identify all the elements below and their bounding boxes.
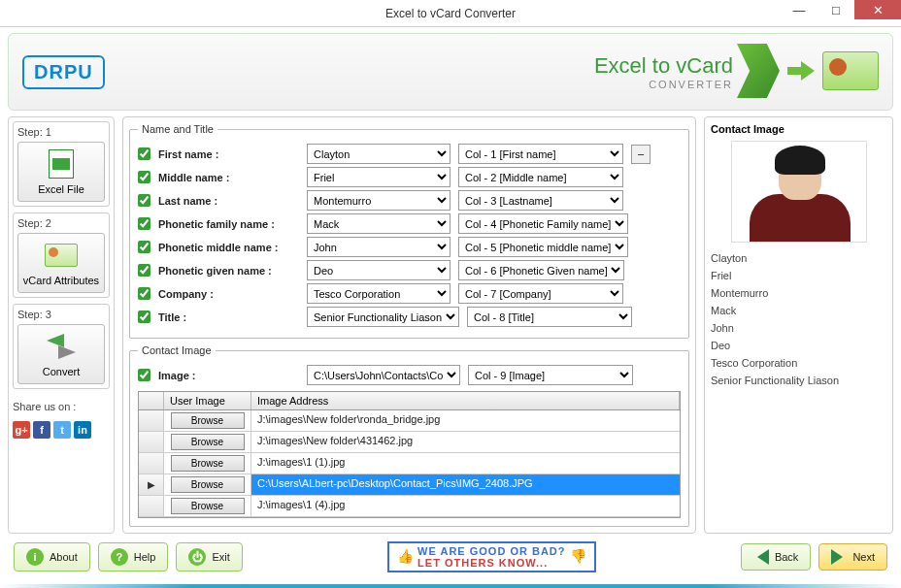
table-row[interactable]: BrowseJ:\images\New folder\ronda_bridge.… xyxy=(139,410,680,432)
step2-btn-label: vCard Attributes xyxy=(23,275,99,286)
table-row[interactable]: BrowseJ:\images\New folder\431462.jpg xyxy=(139,432,680,453)
browse-button[interactable]: Browse xyxy=(171,412,245,429)
excel-file-button[interactable]: Excel File xyxy=(17,142,105,202)
field-col-select[interactable]: Col - 6 [Phonetic Given name] xyxy=(458,260,624,280)
preview-value: Clayton xyxy=(711,252,886,264)
image-value-select[interactable]: C:\Users\John\Contacts\Co xyxy=(307,365,460,385)
field-row: Middle name :FrielCol - 2 [Middle name] xyxy=(138,167,681,187)
field-col-select[interactable]: Col - 5 [Phonetic middle name] xyxy=(458,237,628,257)
field-col-select[interactable]: Col - 1 [First name] xyxy=(458,144,623,164)
field-checkbox[interactable] xyxy=(138,147,150,160)
step1-label: Step: 1 xyxy=(17,126,105,138)
field-label: Phonetic middle name : xyxy=(158,242,299,253)
browse-button[interactable]: Browse xyxy=(171,476,245,493)
next-button[interactable]: Next xyxy=(818,543,887,571)
row-indicator xyxy=(139,496,164,516)
field-col-select[interactable]: Col - 2 [Middle name] xyxy=(458,167,623,187)
field-label: Phonetic given name : xyxy=(158,265,299,277)
field-label: Title : xyxy=(158,311,299,323)
back-button[interactable]: Back xyxy=(741,543,811,571)
field-checkbox[interactable] xyxy=(138,171,150,183)
field-col-select[interactable]: Col - 7 [Company] xyxy=(458,283,623,304)
maximize-button[interactable]: □ xyxy=(818,0,854,19)
banner-main: Excel to vCard xyxy=(594,53,733,79)
field-label: Phonetic family name : xyxy=(158,218,299,230)
excel-x-icon xyxy=(737,44,780,98)
convert-button[interactable]: Convert xyxy=(17,324,105,384)
step3-btn-label: Convert xyxy=(43,366,81,377)
info-icon: i xyxy=(26,548,44,566)
field-label: Middle name : xyxy=(158,172,299,183)
browse-button[interactable]: Browse xyxy=(171,434,245,450)
rate-line1: WE ARE GOOD OR BAD? xyxy=(417,545,565,557)
browse-button[interactable]: Browse xyxy=(171,498,245,514)
field-row: Phonetic middle name :JohnCol - 5 [Phone… xyxy=(138,237,681,257)
row-indicator xyxy=(139,453,164,474)
image-field-row: Image : C:\Users\John\Contacts\Co Col - … xyxy=(138,365,681,385)
browse-button[interactable]: Browse xyxy=(171,455,245,472)
field-value-select[interactable]: Senior Functionality Liason xyxy=(307,307,459,327)
preview-label: Contact Image xyxy=(711,123,886,135)
help-button[interactable]: ?Help xyxy=(98,542,169,572)
close-button[interactable]: ✕ xyxy=(854,0,901,19)
rate-box[interactable]: 👍 WE ARE GOOD OR BAD? LET OTHERS KNOW...… xyxy=(387,541,595,572)
gplus-icon[interactable]: g+ xyxy=(13,421,30,439)
table-row[interactable]: ▶BrowseC:\Users\ALbert-pc\Desktop\Contac… xyxy=(139,474,680,496)
preview-list: ClaytonFrielMontemurroMackJohnDeoTesco C… xyxy=(711,252,886,386)
window-controls: — □ ✕ xyxy=(781,0,901,26)
linkedin-icon[interactable]: in xyxy=(74,421,91,439)
image-table: User Image Image Address BrowseJ:\images… xyxy=(138,391,681,518)
twitter-icon[interactable]: t xyxy=(53,421,71,439)
image-checkbox[interactable] xyxy=(138,369,150,381)
image-address-cell: J:\images\1 (4).jpg xyxy=(251,496,680,516)
banner-icons xyxy=(737,44,879,98)
facebook-icon[interactable]: f xyxy=(33,421,50,439)
browse-cell: Browse xyxy=(164,432,251,452)
field-row: Company :Tesco CorporationCol - 7 [Compa… xyxy=(138,283,681,304)
browse-cell: Browse xyxy=(164,410,251,431)
field-checkbox[interactable] xyxy=(138,264,150,277)
image-table-header: User Image Image Address xyxy=(139,392,680,410)
field-col-select[interactable]: Col - 3 [Lastname] xyxy=(458,190,623,211)
field-checkbox[interactable] xyxy=(138,194,150,207)
banner: DRPU Excel to vCard CONVERTER xyxy=(8,33,893,111)
name-title-legend: Name and Title xyxy=(138,123,217,135)
about-button[interactable]: iAbout xyxy=(14,542,90,572)
field-col-select[interactable]: Col - 4 [Phonetic Family name] xyxy=(458,213,628,234)
contact-photo xyxy=(731,141,867,243)
row-indicator xyxy=(139,432,164,452)
titlebar: Excel to vCard Converter — □ ✕ xyxy=(0,0,901,27)
arrow-left-icon xyxy=(753,549,769,565)
power-icon: ⏻ xyxy=(188,548,206,566)
field-checkbox[interactable] xyxy=(138,217,150,230)
field-col-select[interactable]: Col - 8 [Title] xyxy=(467,307,632,327)
field-checkbox[interactable] xyxy=(138,310,150,323)
field-value-select[interactable]: Mack xyxy=(307,213,450,234)
window-title: Excel to vCard Converter xyxy=(0,7,901,20)
field-value-select[interactable]: Friel xyxy=(307,167,450,187)
vcard-attributes-button[interactable]: vCard Attributes xyxy=(17,233,105,293)
field-checkbox[interactable] xyxy=(138,241,150,253)
minimize-button[interactable]: — xyxy=(781,0,818,19)
preview-value: Tesco Corporation xyxy=(711,357,886,369)
field-checkbox[interactable] xyxy=(138,287,150,300)
table-row[interactable]: BrowseJ:\images\1 (4).jpg xyxy=(139,496,680,517)
field-value-select[interactable]: Deo xyxy=(307,260,450,280)
collapse-button[interactable]: – xyxy=(631,145,651,164)
table-row[interactable]: BrowseJ:\images\1 (1).jpg xyxy=(139,453,680,474)
preview-value: Mack xyxy=(711,305,886,316)
field-value-select[interactable]: Tesco Corporation xyxy=(307,283,450,304)
preview-value: John xyxy=(711,322,886,334)
field-row: Last name :MontemurroCol - 3 [Lastname] xyxy=(138,190,681,211)
step2-label: Step: 2 xyxy=(17,217,105,229)
vcard-attributes-icon xyxy=(45,244,78,267)
browse-cell: Browse xyxy=(164,453,251,474)
field-value-select[interactable]: John xyxy=(307,237,450,257)
browse-cell: Browse xyxy=(164,496,251,516)
field-value-select[interactable]: Clayton xyxy=(307,144,450,164)
exit-button[interactable]: ⏻Exit xyxy=(176,542,242,572)
rate-line2: LET OTHERS KNOW... xyxy=(417,557,565,569)
image-col-select[interactable]: Col - 9 [Image] xyxy=(468,365,633,385)
image-label: Image : xyxy=(158,370,299,381)
field-value-select[interactable]: Montemurro xyxy=(307,190,450,211)
